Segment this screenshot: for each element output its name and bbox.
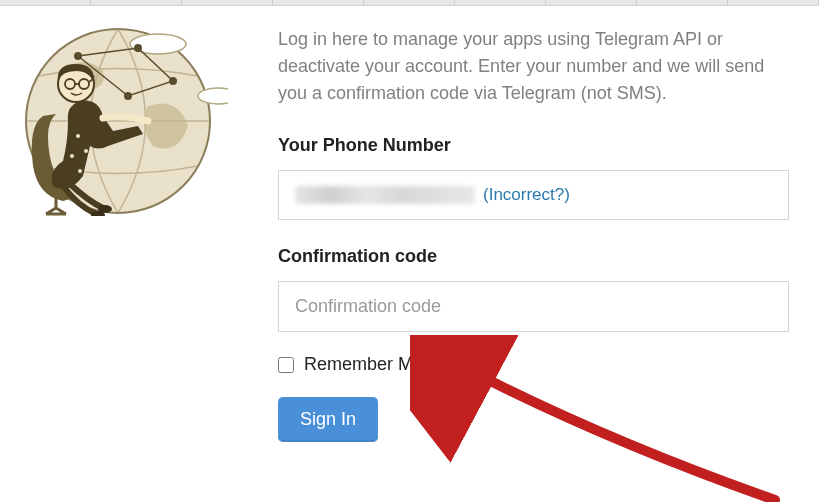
- svg-point-10: [78, 169, 82, 173]
- incorrect-link[interactable]: (Incorrect?): [483, 185, 570, 205]
- remember-label[interactable]: Remember Me: [304, 354, 423, 375]
- confirmation-code-input[interactable]: [278, 281, 789, 332]
- code-label: Confirmation code: [278, 246, 789, 267]
- signin-button[interactable]: Sign In: [278, 397, 378, 442]
- remember-checkbox[interactable]: [278, 357, 294, 373]
- telegram-operator-illustration: [8, 26, 228, 206]
- remember-row: Remember Me: [278, 354, 789, 375]
- svg-point-9: [70, 154, 74, 158]
- svg-point-7: [76, 134, 80, 138]
- intro-text: Log in here to manage your apps using Te…: [278, 26, 789, 107]
- illustration-panel: [0, 16, 260, 442]
- main-container: Log in here to manage your apps using Te…: [0, 6, 819, 442]
- phone-label: Your Phone Number: [278, 135, 789, 156]
- svg-point-8: [84, 149, 88, 153]
- login-form: Log in here to manage your apps using Te…: [260, 16, 819, 442]
- phone-display: (Incorrect?): [278, 170, 789, 220]
- phone-number-redacted: [295, 186, 475, 204]
- svg-point-2: [198, 88, 228, 104]
